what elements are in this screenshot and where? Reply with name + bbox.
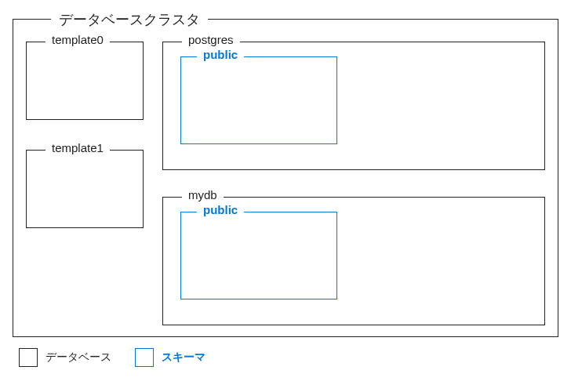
schema-title: public bbox=[197, 48, 244, 61]
legend-schema: スキーマ bbox=[135, 348, 205, 367]
database-mydb: mydb public bbox=[162, 197, 545, 325]
database-template1: template1 bbox=[26, 150, 144, 228]
legend-database: データベース bbox=[19, 348, 111, 367]
database-postgres: postgres public bbox=[162, 42, 545, 170]
schema-public-mydb: public bbox=[180, 212, 337, 299]
cluster-title: データベースクラスタ bbox=[51, 10, 208, 29]
legend-label-database: データベース bbox=[45, 350, 111, 365]
database-title: mydb bbox=[182, 188, 224, 201]
legend-swatch-schema-icon bbox=[135, 348, 154, 367]
cluster-layout: template0 template1 postgres public mydb… bbox=[26, 34, 545, 325]
schema-public-postgres: public bbox=[180, 56, 337, 144]
database-title: template1 bbox=[45, 141, 110, 154]
left-column: template0 template1 bbox=[26, 34, 144, 325]
legend-swatch-database-icon bbox=[19, 348, 38, 367]
schema-title: public bbox=[197, 203, 244, 216]
database-title: postgres bbox=[182, 33, 240, 46]
database-template0: template0 bbox=[26, 42, 144, 120]
legend-label-schema: スキーマ bbox=[162, 350, 205, 365]
database-cluster-box: データベースクラスタ template0 template1 postgres … bbox=[13, 19, 558, 337]
legend: データベース スキーマ bbox=[19, 348, 558, 367]
database-title: template0 bbox=[45, 33, 110, 46]
right-column: postgres public mydb public bbox=[162, 34, 545, 325]
